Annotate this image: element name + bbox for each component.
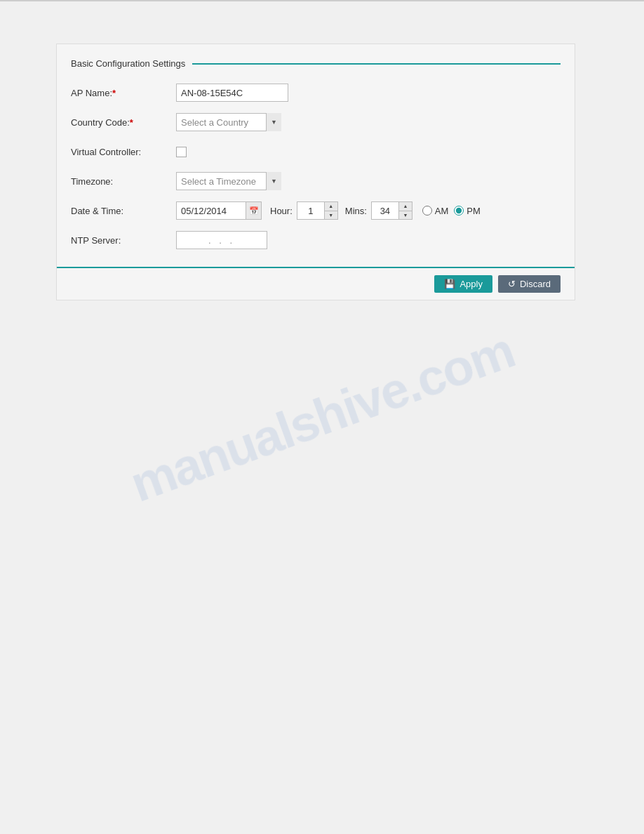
form-body: AP Name:* Country Code:* Select a Countr… [57,76,575,267]
apply-label: Apply [459,279,483,289]
mins-label: Mins: [345,206,367,216]
timezone-row: Timezone: Select a Timezone [71,171,561,191]
hour-spinner: ▲ ▼ [297,201,338,220]
am-radio-label[interactable]: AM [422,206,449,216]
ap-name-input[interactable] [176,84,288,102]
ap-name-label: AP Name:* [71,88,176,98]
virtual-controller-checkbox[interactable] [176,147,187,157]
calendar-icon[interactable]: 📅 [246,201,262,220]
date-field-group: 📅 [176,201,262,220]
ntp-server-label: NTP Server: [71,235,176,246]
date-time-controls: 📅 Hour: ▲ ▼ Mins: [176,201,481,220]
apply-button[interactable]: 💾 Apply [434,275,492,293]
date-time-row: Date & Time: 📅 Hour: ▲ ▼ [71,201,561,220]
mins-up-button[interactable]: ▲ [399,202,412,211]
mins-spinner-btns: ▲ ▼ [399,201,412,220]
apply-save-icon: 💾 [444,279,455,289]
virtual-controller-label: Virtual Controller: [71,147,176,157]
date-input[interactable] [176,201,246,220]
country-code-required: * [130,117,133,128]
discard-reset-icon: ↺ [508,279,516,289]
panel-title: Basic Configuration Settings [71,58,185,69]
pm-radio-label[interactable]: PM [454,206,481,216]
hour-spinner-btns: ▲ ▼ [325,201,338,220]
discard-label: Discard [520,279,551,289]
am-pm-group: AM PM [422,206,481,216]
virtual-controller-row: Virtual Controller: [71,142,561,161]
am-radio[interactable] [422,206,432,216]
hour-down-button[interactable]: ▼ [325,211,337,220]
ap-name-required: * [112,88,116,98]
hour-label: Hour: [270,206,293,216]
timezone-label: Timezone: [71,176,176,187]
timezone-select[interactable]: Select a Timezone [176,172,281,190]
hour-input[interactable] [297,201,325,220]
ntp-server-row: NTP Server: [71,230,561,250]
pm-radio[interactable] [454,206,464,216]
mins-input[interactable] [371,201,399,220]
date-time-label: Date & Time: [71,206,176,216]
country-code-label: Country Code:* [71,117,176,128]
panel-title-divider [192,63,561,65]
country-code-select-wrapper: Select a Country [176,113,281,131]
country-code-select[interactable]: Select a Country [176,113,281,131]
country-code-row: Country Code:* Select a Country [71,112,561,132]
timezone-select-wrapper: Select a Timezone [176,172,281,190]
hour-up-button[interactable]: ▲ [325,202,337,211]
discard-button[interactable]: ↺ Discard [498,275,561,293]
config-panel: Basic Configuration Settings AP Name:* C… [56,44,575,300]
pm-label-text: PM [467,206,481,216]
ntp-server-input[interactable] [176,231,267,249]
am-label-text: AM [435,206,449,216]
watermark: manualshive.com [123,321,521,512]
mins-spinner: ▲ ▼ [371,201,412,220]
ap-name-row: AP Name:* [71,83,561,102]
mins-down-button[interactable]: ▼ [399,211,412,220]
panel-footer: 💾 Apply ↺ Discard [57,267,575,300]
